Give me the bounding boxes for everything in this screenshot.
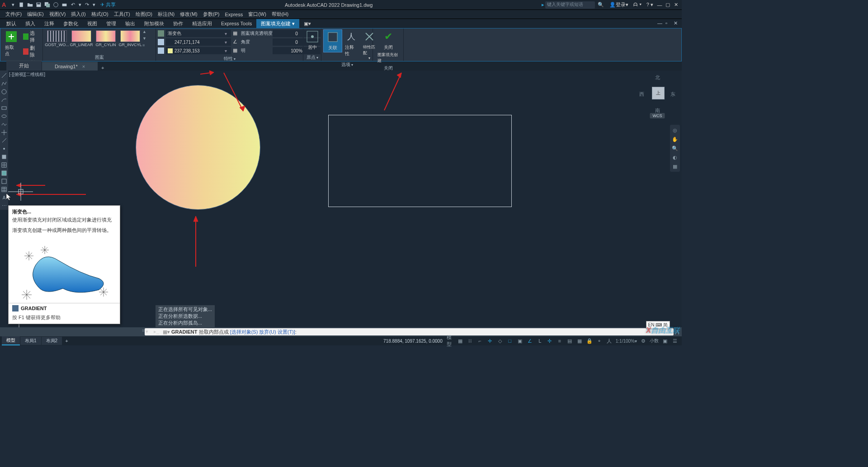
associate-button[interactable]: 关联 xyxy=(323,29,342,52)
maximize-icon[interactable]: ▢ xyxy=(665,2,671,8)
undo-icon[interactable]: ↶ xyxy=(70,1,76,8)
menu-window[interactable]: 窗口(W) xyxy=(245,11,269,18)
line-icon[interactable] xyxy=(0,72,8,79)
pick-point-button[interactable]: 拾取点 xyxy=(2,29,20,58)
sheet-layout1[interactable]: 布局1 xyxy=(20,337,41,345)
sheet-add-button[interactable]: + xyxy=(62,337,71,344)
polyline-icon[interactable] xyxy=(0,80,8,87)
osnap-icon[interactable]: □ xyxy=(506,337,514,344)
tab-default[interactable]: 默认 xyxy=(2,19,21,28)
tpy-icon[interactable]: ▤ xyxy=(566,337,573,344)
autodesk-app-icon[interactable]: ᗩ ▾ xyxy=(633,2,642,8)
showmotion-icon[interactable]: ▦ xyxy=(671,162,679,170)
file-tab-start[interactable]: 开始 xyxy=(6,61,42,71)
hatch-icon[interactable] xyxy=(0,161,8,169)
ortho-icon[interactable]: ⌐ xyxy=(476,337,484,344)
viewport[interactable]: [-][俯视][二维线框] 北 南 西 东 上 WCS ◎ ✋ 🔍 ◐ ▦ xyxy=(8,71,682,345)
menu-dimension[interactable]: 标注(N) xyxy=(155,11,177,18)
anno-vis-icon[interactable]: ⚬ xyxy=(596,337,603,344)
tab-view[interactable]: 视图 xyxy=(83,19,102,28)
zoom-ext-icon[interactable]: 🔍 xyxy=(671,144,679,152)
ducs-icon[interactable]: ᒪ xyxy=(536,337,543,344)
customize-icon[interactable]: ☰ xyxy=(671,337,679,344)
plot-icon[interactable] xyxy=(61,1,68,8)
sheet-layout2[interactable]: 布局2 xyxy=(42,337,62,345)
ribbon-restore-icon[interactable]: ▫ xyxy=(665,20,672,27)
menu-file[interactable]: 文件(F) xyxy=(3,11,24,18)
snap-icon[interactable]: ⁞⁞ xyxy=(467,337,474,344)
color1-dropdown[interactable]: 247,171,174▾ xyxy=(166,38,231,46)
select-button[interactable]: 选择 xyxy=(21,29,41,44)
pattern-swatch-2[interactable]: GR_CYLIN xyxy=(94,30,117,47)
command-line[interactable]: ▾ ▸_ ▦▾ GRADIENT 拾取内部点或 [选择对象(S) 放弃(U) 设… xyxy=(145,328,674,335)
tab-collab[interactable]: 协作 xyxy=(169,19,188,28)
lwt-icon[interactable]: ≡ xyxy=(556,337,563,344)
menu-express[interactable]: Express xyxy=(222,12,245,17)
pan-icon[interactable]: ✋ xyxy=(671,135,679,143)
tab-expresstools[interactable]: Express Tools xyxy=(217,19,256,28)
polar-icon[interactable]: ✛ xyxy=(486,337,494,344)
new-icon[interactable] xyxy=(18,1,25,8)
more-tools-icon[interactable]: ⋯ xyxy=(0,202,8,209)
pattern-swatch-0[interactable]: GOST_WO... xyxy=(46,30,68,47)
nav-wheel-icon[interactable]: ◎ xyxy=(671,126,679,134)
tab-annotate[interactable]: 注释 xyxy=(40,19,59,28)
iso-icon[interactable]: ◇ xyxy=(496,337,504,344)
minimize-icon[interactable]: — xyxy=(656,2,663,8)
point-icon[interactable] xyxy=(0,145,8,152)
menu-edit[interactable]: 编辑(E) xyxy=(24,11,47,18)
help-icon[interactable]: ? ▾ xyxy=(646,2,653,8)
wcs-label[interactable]: WCS xyxy=(650,113,665,118)
anno-auto-icon[interactable]: 人 xyxy=(606,337,613,344)
close-window-icon[interactable]: ✕ xyxy=(673,2,679,8)
file-tab-drawing1[interactable]: Drawing1*× xyxy=(42,62,98,71)
annotative-button[interactable]: 人注释性 xyxy=(342,29,360,58)
xline-icon[interactable] xyxy=(0,129,8,136)
menu-insert[interactable]: 插入(I) xyxy=(68,11,88,18)
grid-icon[interactable]: ▦ xyxy=(457,337,464,344)
circle-icon[interactable] xyxy=(0,88,8,95)
qp-icon[interactable]: ▦ xyxy=(576,337,583,344)
region-icon[interactable] xyxy=(0,178,8,185)
tab-parametric[interactable]: 参数化 xyxy=(59,19,83,28)
redo-icon[interactable]: ↷ xyxy=(84,1,90,8)
rect-icon[interactable] xyxy=(0,104,8,112)
redo-dd-icon[interactable]: ▾ xyxy=(92,1,96,8)
ray-icon[interactable] xyxy=(0,137,8,144)
units-format[interactable]: 小数 xyxy=(650,337,659,344)
orbit-icon[interactable]: ◐ xyxy=(671,153,679,161)
open-icon[interactable] xyxy=(27,1,33,8)
gear-icon[interactable]: ⚙ xyxy=(640,337,647,344)
center-button[interactable]: 居中 xyxy=(305,29,320,52)
share-button[interactable]: ✈ 共享 xyxy=(100,1,116,8)
sheet-model[interactable]: 模型 xyxy=(2,336,20,345)
cmdline-handle-icon[interactable]: ⠿ xyxy=(142,329,145,333)
pattern-swatch-1[interactable]: GR_LINEAR xyxy=(70,30,93,47)
search-icon[interactable]: 🔍 xyxy=(598,2,604,8)
close-tab-icon[interactable]: × xyxy=(82,64,85,69)
ribbon-close-icon[interactable]: ✕ xyxy=(674,20,680,27)
close-editor-button[interactable]: ✔ 关闭 图案填充创建 xyxy=(375,29,401,65)
block-icon[interactable] xyxy=(0,153,8,160)
undo-dd-icon[interactable]: ▾ xyxy=(78,1,82,8)
save-icon[interactable] xyxy=(35,1,42,8)
new-tab-button[interactable]: + xyxy=(98,65,107,71)
cmdline-search-icon[interactable]: ▸_ xyxy=(154,329,160,335)
qat-menu-icon[interactable]: ▾ xyxy=(9,1,16,8)
saveas-icon[interactable] xyxy=(44,1,51,8)
cmdline-expand-icon[interactable]: ▾ xyxy=(146,329,152,335)
tab-manage[interactable]: 管理 xyxy=(102,19,121,28)
3dosnap-icon[interactable]: ▣ xyxy=(516,337,524,344)
viewcube[interactable]: 北 南 西 东 上 WCS xyxy=(639,74,675,114)
menu-view[interactable]: 视图(V) xyxy=(47,11,69,18)
menu-format[interactable]: 格式(O) xyxy=(89,11,111,18)
pattern-swatch-3[interactable]: GR_INVCYL xyxy=(119,30,142,47)
gradient-icon[interactable] xyxy=(0,170,8,177)
web-icon[interactable] xyxy=(52,1,59,8)
tab-extra[interactable]: ▣▾ xyxy=(299,19,316,28)
otrack-icon[interactable]: ∠ xyxy=(526,337,533,344)
pattern-scroll[interactable]: ▲▼≡ xyxy=(142,29,149,47)
tab-addins[interactable]: 附加模块 xyxy=(140,19,169,28)
table-icon[interactable] xyxy=(0,186,8,193)
tab-featured[interactable]: 精选应用 xyxy=(188,19,217,28)
